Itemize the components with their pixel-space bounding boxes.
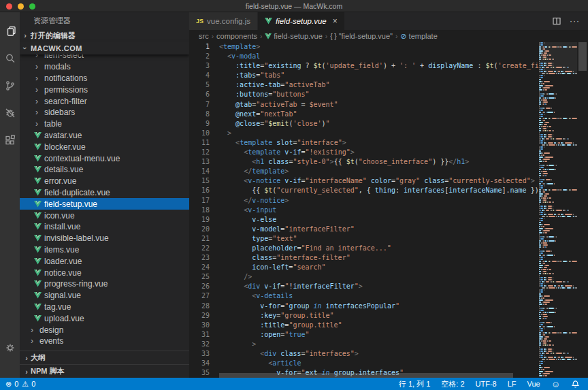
sidebar-title: 资源管理器 — [20, 12, 189, 29]
window-controls[interactable] — [6, 3, 35, 10]
code-line-18[interactable]: 18 <v-input — [189, 206, 539, 215]
code-line-2[interactable]: 2 <v-modal — [189, 52, 539, 61]
code-line-11[interactable]: 11 <template slot="interface"> — [189, 138, 539, 148]
open-editors-section[interactable]: › 打开的编辑器 — [20, 29, 189, 42]
breadcrumb-src[interactable]: src — [199, 32, 209, 40]
code-line-24[interactable]: 24 icon-left="search" — [189, 263, 539, 272]
zoom-window-button[interactable] — [29, 3, 35, 10]
code-editor[interactable]: 1<template>2 <v-modal3 :title="existing … — [189, 42, 539, 378]
tree-item-icon.vue[interactable]: icon.vue — [20, 210, 189, 221]
tree-item-details.vue[interactable]: details.vue — [20, 164, 189, 176]
tree-item-install.vue[interactable]: install.vue — [20, 221, 189, 233]
code-line-23[interactable]: 23 class="interface-filter" — [189, 253, 539, 263]
minimap-slider[interactable] — [539, 42, 577, 74]
code-line-3[interactable]: 3 :title="existing ? $t('update_field') … — [189, 61, 539, 71]
explorer-icon[interactable] — [0, 18, 20, 45]
close-tab-icon[interactable]: × — [333, 16, 338, 26]
tree-item-permissions[interactable]: ›permissions — [20, 84, 189, 95]
status-item-4[interactable]: Vue — [527, 380, 540, 388]
tree-item-notifications[interactable]: ›notifications — [20, 73, 189, 84]
code-line-20[interactable]: 20 v-model="interfaceFilter" — [189, 225, 539, 234]
status-item-0[interactable]: 行 1, 列 1 — [399, 379, 430, 389]
tree-item-field-duplicate.vue[interactable]: field-duplicate.vue — [20, 187, 189, 199]
project-root-section[interactable]: › MACWK.COM — [20, 42, 189, 54]
code-line-17[interactable]: 17 </v-notice> — [189, 196, 539, 206]
code-line-8[interactable]: 8 @next="nextTab" — [189, 110, 539, 119]
npm-scripts-section[interactable]: › NPM 脚本 — [20, 364, 189, 378]
tree-item-blocker.vue[interactable]: blocker.vue — [20, 141, 189, 152]
tree-item-modals[interactable]: ›modals — [20, 61, 189, 73]
breadcrumb-components[interactable]: components — [216, 32, 257, 40]
status-item-2[interactable]: UTF-8 — [476, 380, 497, 388]
code-line-7[interactable]: 7 @tab="activeTab = $event" — [189, 100, 539, 110]
code-line-31[interactable]: 31 :open="true" — [189, 330, 539, 340]
tree-item-loader.vue[interactable]: loader.vue — [20, 255, 189, 267]
code-line-29[interactable]: 29 :key="group.title" — [189, 311, 539, 321]
code-line-13[interactable]: 13 <h1 class="style-0">{{ $t("choose_int… — [189, 157, 539, 167]
code-line-5[interactable]: 5 :active-tab="activeTab" — [189, 80, 539, 90]
tree-item-progress-ring.vue[interactable]: progress-ring.vue — [20, 278, 189, 290]
notifications-bell-icon[interactable] — [571, 380, 580, 389]
vertical-scrollbar[interactable] — [577, 42, 588, 378]
tree-item-contextual-menu.vue[interactable]: contextual-menu.vue — [20, 152, 189, 164]
code-line-10[interactable]: 10 > — [189, 129, 539, 138]
debug-icon[interactable] — [0, 99, 20, 127]
code-line-12[interactable]: 12 <template v-if="!existing"> — [189, 148, 539, 157]
code-line-4[interactable]: 4 :tabs="tabs" — [189, 71, 539, 80]
problems-errors[interactable]: ⊗ 0 — [5, 380, 18, 389]
status-item-1[interactable]: 空格: 2 — [441, 379, 464, 389]
problems-warnings[interactable]: ⚠ 0 — [22, 380, 35, 389]
outline-section[interactable]: › 大纲 — [20, 351, 189, 364]
tree-item-field-setup.vue[interactable]: field-setup.vue — [20, 198, 189, 210]
code-line-1[interactable]: 1<template> — [189, 42, 539, 52]
settings-gear-icon[interactable] — [0, 334, 20, 361]
code-line-34[interactable]: 34 <article — [189, 359, 539, 368]
more-actions-icon[interactable]: ··· — [570, 16, 580, 26]
tree-item-notice.vue[interactable]: notice.vue — [20, 267, 189, 278]
tab-field-setup-vue[interactable]: field-setup.vue × — [258, 12, 344, 30]
breadcrumb-symbol[interactable]: { } "field-setup.vue" — [330, 32, 393, 40]
horizontal-scrollbar[interactable] — [219, 373, 539, 378]
line-number: 14 — [189, 167, 210, 176]
code-line-15[interactable]: 15 <v-notice v-if="interfaceName" color=… — [189, 176, 539, 186]
code-line-14[interactable]: 14 </template> — [189, 167, 539, 176]
tree-item-invisible-label.vue[interactable]: invisible-label.vue — [20, 233, 189, 244]
code-line-6[interactable]: 6 :buttons="buttons" — [189, 90, 539, 99]
extensions-icon[interactable] — [0, 127, 20, 154]
tree-item-events[interactable]: ›events — [20, 336, 189, 347]
minimize-window-button[interactable] — [18, 3, 24, 10]
tab-vue-config-js[interactable]: JS vue.config.js — [189, 12, 258, 30]
tree-item-signal.vue[interactable]: signal.vue — [20, 290, 189, 302]
search-icon[interactable] — [0, 45, 20, 72]
tree-item-design[interactable]: ›design — [20, 324, 189, 336]
tree-item-items.vue[interactable]: items.vue — [20, 244, 189, 256]
code-line-26[interactable]: 26 <div v-if="!interfaceFilter"> — [189, 282, 539, 291]
code-line-27[interactable]: 27 <v-details — [189, 291, 539, 301]
code-line-28[interactable]: 28 v-for="group in interfacesPopular" — [189, 302, 539, 311]
minimap[interactable] — [539, 42, 577, 378]
tree-item-upload.vue[interactable]: upload.vue — [20, 312, 189, 324]
source-control-icon[interactable] — [0, 72, 20, 99]
tree-item-table[interactable]: ›table — [20, 118, 189, 130]
feedback-smiley-icon[interactable]: ☺ — [551, 379, 560, 389]
tree-item-tag.vue[interactable]: tag.vue — [20, 302, 189, 313]
tree-item-avatar.vue[interactable]: avatar.vue — [20, 130, 189, 142]
breadcrumb-template[interactable]: ⊘ template — [400, 32, 437, 41]
close-window-button[interactable] — [6, 3, 12, 10]
code-line-21[interactable]: 21 type="text" — [189, 234, 539, 244]
tree-item-search-filter[interactable]: ›search-filter — [20, 95, 189, 107]
breadcrumb-file[interactable]: field-setup.vue — [265, 32, 323, 40]
code-line-25[interactable]: 25 /> — [189, 272, 539, 282]
tree-item-sidebars[interactable]: ›sidebars — [20, 107, 189, 118]
code-line-30[interactable]: 30 :title="group.title" — [189, 321, 539, 330]
code-line-19[interactable]: 19 v-else — [189, 215, 539, 225]
code-line-9[interactable]: 9 @close="$emit('close')" — [189, 119, 539, 129]
status-item-3[interactable]: LF — [508, 380, 517, 388]
code-line-16[interactable]: 16 {{ $t("currently_selected", { thing: … — [189, 186, 539, 195]
code-line-22[interactable]: 22 placeholder="Find an interface..." — [189, 244, 539, 253]
split-editor-icon[interactable] — [552, 16, 561, 26]
tree-item-error.vue[interactable]: error.vue — [20, 176, 189, 187]
code-line-32[interactable]: 32 > — [189, 340, 539, 349]
tree-item-item-select[interactable]: ›item-select — [20, 54, 189, 61]
code-line-33[interactable]: 33 <div class="interfaces"> — [189, 349, 539, 359]
